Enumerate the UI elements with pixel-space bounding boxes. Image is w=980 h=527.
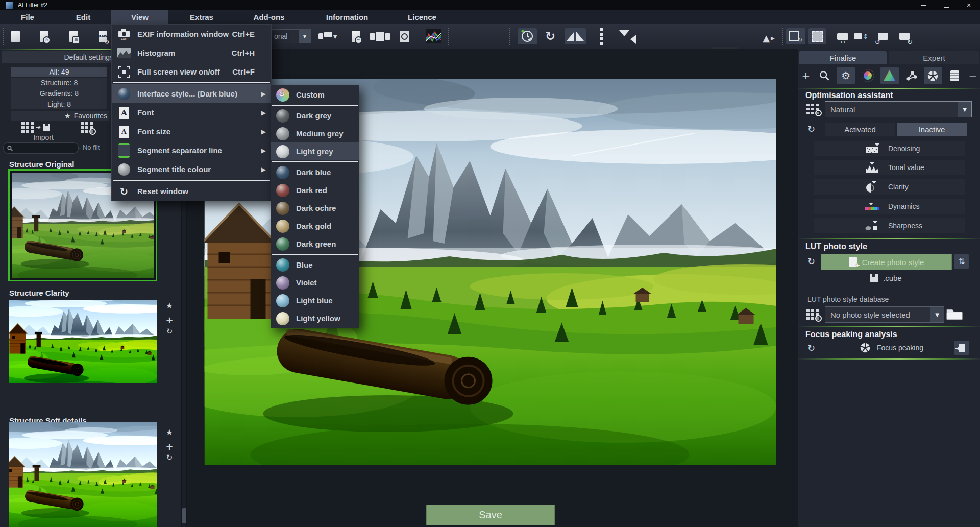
style-option-dark-gold[interactable]: Dark gold <box>271 217 359 235</box>
edition-dropdown[interactable]: onal ▼ <box>271 29 311 43</box>
photo-style-switch-icon[interactable]: ⇅ <box>954 254 969 269</box>
menu-add-ons[interactable]: Add-ons <box>235 10 303 24</box>
style-option-dark-red[interactable]: Dark red <box>271 181 359 199</box>
preset-thumbnail-structure-soft-details[interactable] <box>9 422 157 527</box>
remove-panel-button[interactable]: − <box>967 67 978 84</box>
menu-item-exif-information[interactable]: EXIF EXIF information window Ctrl+E <box>112 25 271 43</box>
minimize-button[interactable] <box>913 0 935 10</box>
selection-button[interactable] <box>808 28 826 44</box>
close-button[interactable]: ✕ <box>958 0 980 10</box>
menu-extras[interactable]: Extras <box>168 10 235 24</box>
menu-item-segment-title-colour[interactable]: Segment title colour ▶ <box>112 160 271 179</box>
maximize-button[interactable] <box>935 0 958 10</box>
add-icon[interactable]: + <box>163 441 176 452</box>
style-option-light-yellow[interactable]: Light yellow <box>271 309 359 327</box>
menu-information[interactable]: Information <box>303 10 391 24</box>
tool-denoising[interactable]: Denoising <box>814 141 965 156</box>
preset-grid-search-icon[interactable] <box>806 103 819 114</box>
colour-wheel-panel-button[interactable] <box>859 67 877 84</box>
recent-file-button[interactable]: ◷ <box>37 28 51 44</box>
flip-horizontal-button[interactable] <box>565 28 586 44</box>
colour-space-panel-button[interactable] <box>880 67 899 84</box>
favourites-filter-button[interactable]: ★ Favourites <box>11 111 109 121</box>
panorama-view-button[interactable] <box>369 28 391 44</box>
refresh-icon[interactable]: ↻ <box>163 452 176 463</box>
menu-item-histogram[interactable]: Histogram Ctrl+H <box>112 43 271 62</box>
style-option-dark-blue[interactable]: Dark blue <box>271 163 359 181</box>
refresh-icon[interactable]: ↻ <box>807 343 815 353</box>
tab-expert[interactable]: Expert <box>889 51 979 64</box>
add-icon[interactable]: + <box>163 314 176 325</box>
menu-item-full-screen[interactable]: Full screen view on/off Ctrl+F <box>112 62 271 81</box>
history-button[interactable] <box>518 28 537 44</box>
preset-search-input[interactable] <box>3 142 79 154</box>
menu-file[interactable]: File <box>0 10 55 24</box>
focus-peaking-row[interactable]: Focus peaking <box>860 342 923 353</box>
style-option-light-grey[interactable]: Light grey <box>271 142 359 160</box>
redo-button[interactable]: ↻ <box>541 28 559 44</box>
category-light[interactable]: Light: 8 <box>11 99 107 109</box>
style-option-dark-ochre[interactable]: Dark ochre <box>271 199 359 217</box>
fit-to-screen-button[interactable]: ▲▶ <box>760 30 778 45</box>
preset-thumbnail-structure-clarity[interactable] <box>9 300 157 383</box>
add-panel-button[interactable]: + <box>800 67 812 84</box>
style-option-blue[interactable]: Blue <box>271 256 359 274</box>
browse-presets-button[interactable] <box>81 122 93 133</box>
aperture-panel-button[interactable] <box>924 67 942 84</box>
export-file-button[interactable]: ↪ <box>349 28 363 44</box>
favourite-star-icon[interactable]: ★ <box>163 426 176 438</box>
tool-clarity[interactable]: Clarity <box>814 179 965 195</box>
batch-processing-button[interactable]: ▤ <box>65 28 82 44</box>
optimisation-panel-button[interactable]: ⚙ <box>837 67 855 84</box>
tool-tonal-value[interactable]: Tonal value <box>814 160 965 175</box>
rotate-left-button[interactable]: ↺ <box>874 28 892 44</box>
menu-edit[interactable]: Edit <box>55 10 111 24</box>
new-file-button[interactable] <box>8 28 22 44</box>
create-photo-style-button[interactable]: + Create photo style <box>821 254 952 270</box>
menu-view[interactable]: View <box>111 10 168 24</box>
activated-button[interactable]: Activated <box>825 123 895 136</box>
style-option-violet[interactable]: Violet <box>271 274 359 292</box>
devices-button[interactable]: ▼ <box>316 28 339 44</box>
toolbar-drag-handle[interactable] <box>3 28 4 45</box>
tool-sharpness[interactable]: Sharpness <box>814 218 965 233</box>
style-option-dark-green[interactable]: Dark green <box>271 235 359 253</box>
optimisation-preset-dropdown[interactable]: Natural ▼ <box>825 101 972 117</box>
style-option-custom[interactable]: ⚙ Custom <box>271 86 359 104</box>
export-analysis-icon[interactable]: ➔ <box>954 341 969 355</box>
fit-width-button[interactable]: ↔ <box>834 28 851 44</box>
category-structure[interactable]: Structure: 8 <box>11 78 107 88</box>
refresh-icon[interactable]: ↻ <box>807 256 815 267</box>
raw-import-button[interactable]: RAW⚙ <box>95 28 110 44</box>
style-option-medium-grey[interactable]: Medium grey <box>271 125 359 142</box>
menu-item-font-size[interactable]: A Font size ▶ <box>112 122 271 141</box>
split-view-button[interactable] <box>597 28 605 44</box>
tab-finalise[interactable]: Finalise <box>799 51 887 64</box>
export-presets-button[interactable]: ➔ <box>21 122 50 133</box>
sidebar-scrollbar-thumb[interactable] <box>182 508 186 523</box>
report-panel-button[interactable] <box>945 67 964 84</box>
category-all[interactable]: All: 49 <box>11 67 107 77</box>
rotate-right-button[interactable]: ↻ <box>895 28 914 44</box>
category-gradients[interactable]: Gradients: 8 <box>11 88 107 99</box>
save-button[interactable]: Save <box>426 505 555 525</box>
histogram-button[interactable] <box>425 28 442 44</box>
menu-item-segment-separator-line[interactable]: Segment separator line ▶ <box>112 141 271 160</box>
default-settings-button[interactable]: Default settings <box>2 51 118 63</box>
favourite-star-icon[interactable]: ★ <box>163 300 176 311</box>
inactive-button[interactable]: Inactive <box>897 123 967 136</box>
search-panel-button[interactable] <box>815 67 834 84</box>
menu-item-reset-window[interactable]: ↻ Reset window <box>112 182 271 201</box>
tool-dynamics[interactable]: Dynamics <box>814 199 965 214</box>
nodes-panel-button[interactable] <box>902 67 920 84</box>
menu-item-interface-style[interactable]: Interface style... (Dark blue) ▶ <box>112 84 271 103</box>
lut-database-dropdown[interactable]: No photo style selected ▼ <box>825 306 944 323</box>
refresh-icon[interactable]: ↻ <box>807 124 815 134</box>
refresh-icon[interactable]: ↻ <box>163 326 176 337</box>
compare-view-button[interactable] <box>616 28 639 44</box>
style-option-light-blue[interactable]: Light blue <box>271 292 359 309</box>
preset-grid-search-icon[interactable] <box>806 308 819 320</box>
menu-item-font[interactable]: A Font ▶ <box>112 103 271 122</box>
menu-licence[interactable]: Licence <box>391 10 453 24</box>
film-plate-button[interactable] <box>397 28 411 44</box>
